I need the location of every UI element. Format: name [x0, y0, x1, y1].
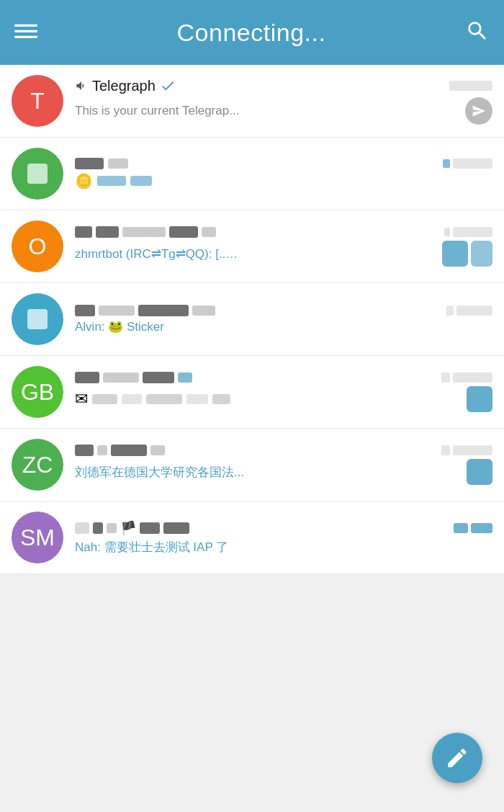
- chat-preview-row-3: zhmrtbot (IRC⇌Tg⇌QQ): [..…: [75, 241, 492, 267]
- name-blur-7e: [163, 522, 189, 534]
- pencil-icon: [445, 746, 469, 770]
- chat-name-area-2: [75, 158, 128, 169]
- time-blur-4: [456, 305, 492, 316]
- name-blur-6c: [111, 445, 147, 456]
- chat-item-7[interactable]: SM 🏴: [0, 501, 504, 574]
- chat-preview-4: Alvin: 🐸 Sticker: [75, 319, 492, 334]
- chat-top-row-3: [75, 226, 492, 238]
- badge-icon-3a: [442, 241, 468, 267]
- chat-name-area-5: [75, 372, 192, 383]
- time-status-5: [441, 372, 492, 383]
- chat-preview-telegraph: This is your current Telegrap...: [75, 104, 459, 118]
- avatar-inner-4: [27, 309, 48, 329]
- chat-top-row-5: [75, 372, 492, 383]
- chat-item-5[interactable]: GB: [0, 356, 504, 429]
- name-blur-3d: [169, 226, 198, 238]
- time-status-4: [446, 305, 492, 316]
- status-blur-4: [446, 305, 454, 316]
- search-button[interactable]: [465, 19, 490, 46]
- name-blur-6a: [75, 445, 94, 456]
- time-blur-6: [453, 445, 492, 455]
- name-blur-6d: [150, 445, 165, 455]
- chat-content-7: 🏴 Nah: 需要壮士去测试 IAP 了: [75, 520, 492, 556]
- status-blur-5: [441, 372, 450, 383]
- name-blur-5c: [143, 372, 174, 383]
- chat-preview-row-7: Nah: 需要壮士去测试 IAP 了: [75, 539, 492, 556]
- avatar-7: SM: [12, 512, 63, 563]
- avatar-letter-7: SM: [20, 526, 55, 549]
- svg-rect-0: [14, 24, 37, 27]
- status-blur-3: [444, 228, 450, 236]
- preview-blur-5a: [92, 394, 117, 404]
- chat-content-3: zhmrtbot (IRC⇌Tg⇌QQ): [..…: [75, 226, 492, 267]
- name-blur-5a: [75, 372, 99, 383]
- name-blur-6b: [97, 445, 107, 455]
- name-blur-4d: [192, 305, 215, 316]
- chat-item-3[interactable]: O: [0, 210, 504, 283]
- time-status-3: [444, 227, 492, 237]
- time-blur-5: [453, 372, 492, 383]
- status-blur-6: [441, 445, 450, 455]
- avatar-6: ZC: [12, 439, 63, 491]
- time-blur-3: [453, 227, 492, 237]
- chat-preview-7: Nah: 需要壮士去测试 IAP 了: [75, 539, 492, 556]
- svg-rect-1: [14, 30, 37, 32]
- send-icon-telegraph: [465, 97, 492, 125]
- hamburger-button[interactable]: [14, 19, 37, 45]
- chat-preview-3: zhmrtbot (IRC⇌Tg⇌QQ): [..…: [75, 246, 436, 262]
- chat-top-row-7: 🏴: [75, 520, 492, 536]
- avatar-2: [12, 148, 63, 200]
- preview-blur-2a: [97, 176, 126, 186]
- chat-content-5: ✉: [75, 372, 492, 412]
- chat-preview-row-4: Alvin: 🐸 Sticker: [75, 319, 492, 334]
- chat-item-6[interactable]: ZC: [0, 429, 504, 501]
- chat-name-area: Telegraph: [75, 78, 176, 94]
- chat-item-4[interactable]: Alvin: 🐸 Sticker: [0, 283, 504, 356]
- name-blur-2b: [108, 159, 128, 169]
- chat-preview-row-5: ✉: [75, 386, 492, 412]
- flag-emoji-7: 🏴: [120, 520, 136, 536]
- chat-name-telegraph: Telegraph: [92, 78, 156, 94]
- chat-name-area-3: [75, 226, 216, 238]
- preview-blur-5b: [122, 394, 142, 404]
- time-status-2: [443, 159, 492, 169]
- chat-top-row-6: [75, 445, 492, 456]
- time-blur-2: [453, 159, 492, 169]
- preview-blur-5e: [212, 394, 230, 404]
- name-blur-3a: [75, 226, 92, 238]
- chat-name-area-6: [75, 445, 165, 456]
- chat-item-telegraph[interactable]: T Telegraph: [0, 65, 504, 138]
- badge-area-3: [442, 241, 492, 267]
- hamburger-icon: [14, 19, 37, 43]
- name-blur-3c: [122, 227, 166, 237]
- avatar-5: GB: [12, 366, 63, 418]
- chat-content-telegraph: Telegraph This is your current Telegrap.…: [75, 78, 492, 125]
- compose-fab[interactable]: [432, 733, 482, 783]
- avatar-inner-2: [27, 164, 48, 184]
- chat-top-row-2: [75, 158, 492, 169]
- chat-top-row: Telegraph: [75, 78, 492, 94]
- name-blur-5b: [103, 372, 139, 383]
- chat-top-row-4: [75, 305, 492, 316]
- name-blur-5d: [178, 372, 192, 383]
- emoji-mail-5: ✉: [75, 390, 88, 409]
- app-title: Connecting...: [177, 19, 326, 47]
- status-blur-2: [443, 159, 450, 168]
- time-status-6: [441, 445, 492, 455]
- search-icon: [465, 19, 490, 43]
- name-blur-2a: [75, 158, 104, 169]
- top-bar: Connecting...: [0, 0, 504, 65]
- chat-content-4: Alvin: 🐸 Sticker: [75, 305, 492, 334]
- time-blur-7: [471, 523, 492, 533]
- avatar-letter-3: O: [29, 235, 47, 258]
- name-blur-7c: [107, 523, 117, 533]
- chat-content-6: 刘德军在德国大学研究各国法...: [75, 445, 492, 485]
- chat-item-2[interactable]: 🪙: [0, 138, 504, 210]
- emoji-gold: 🪙: [75, 172, 93, 189]
- avatar-letter: T: [30, 89, 45, 112]
- chat-list: T Telegraph: [0, 65, 504, 574]
- avatar-telegraph: T: [12, 75, 63, 127]
- name-blur-3e: [202, 227, 216, 237]
- name-blur-7b: [93, 522, 103, 534]
- preview-blur-2b: [130, 176, 152, 186]
